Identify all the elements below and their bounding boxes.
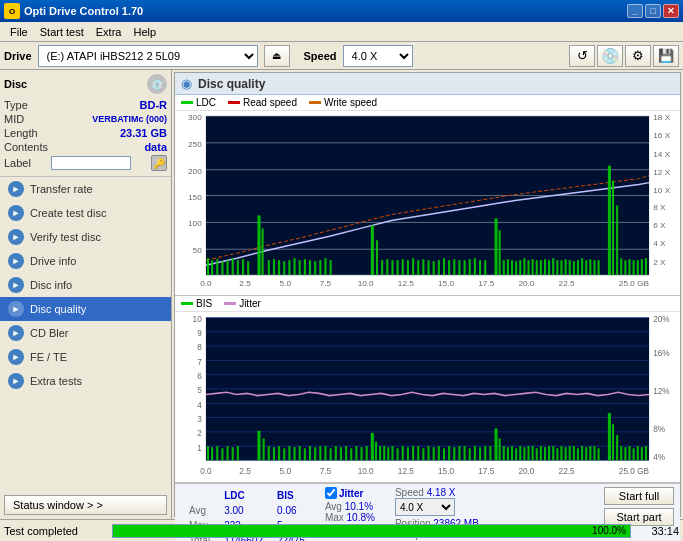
svg-rect-61	[443, 258, 445, 275]
progress-percent: 100.0%	[592, 525, 626, 537]
status-window-button[interactable]: Status window > >	[4, 495, 167, 515]
svg-rect-52	[397, 260, 399, 275]
nav-icon-fe-te: ►	[8, 349, 24, 365]
svg-rect-87	[565, 259, 567, 275]
legend-write-speed: Write speed	[309, 97, 377, 108]
disc-label-icon[interactable]: 🔑	[151, 155, 167, 171]
length-label: Length	[4, 127, 38, 139]
svg-rect-28	[232, 258, 234, 275]
svg-rect-203	[515, 448, 517, 460]
svg-rect-46	[330, 260, 332, 275]
svg-rect-230	[633, 448, 635, 460]
maximize-button[interactable]: □	[645, 4, 661, 18]
svg-rect-96	[608, 166, 611, 275]
svg-rect-172	[366, 446, 368, 460]
svg-rect-223	[598, 448, 600, 460]
svg-rect-72	[503, 260, 505, 275]
svg-text:12.5: 12.5	[398, 279, 415, 288]
svg-rect-193	[469, 448, 471, 460]
chart-title: Disc quality	[198, 77, 265, 91]
svg-rect-224	[608, 413, 611, 460]
jitter-checkbox[interactable]	[325, 487, 337, 499]
svg-text:2.5: 2.5	[239, 465, 251, 475]
svg-rect-145	[211, 447, 213, 460]
jitter-avg-label: Avg	[325, 501, 342, 512]
svg-text:10: 10	[193, 314, 202, 324]
svg-text:200: 200	[188, 167, 202, 176]
svg-rect-210	[544, 447, 546, 460]
start-full-button[interactable]: Start full	[604, 487, 674, 505]
svg-rect-34	[268, 260, 270, 275]
drive-select[interactable]: (E:) ATAPI iHBS212 2 5L09	[38, 45, 258, 67]
svg-rect-78	[527, 260, 529, 275]
svg-rect-183	[417, 446, 419, 460]
settings-icon[interactable]: ⚙	[625, 45, 651, 67]
menu-extra[interactable]: Extra	[90, 24, 128, 40]
svg-text:15.0: 15.0	[438, 279, 455, 288]
svg-rect-32	[257, 215, 260, 275]
svg-rect-86	[560, 260, 562, 275]
svg-rect-43	[314, 261, 316, 275]
svg-rect-93	[589, 259, 591, 275]
svg-rect-101	[628, 259, 630, 275]
svg-rect-80	[536, 260, 538, 275]
save-icon[interactable]: 💾	[653, 45, 679, 67]
svg-rect-23	[207, 258, 209, 275]
disc-label-input[interactable]	[51, 156, 131, 170]
svg-text:50: 50	[193, 246, 203, 255]
svg-rect-178	[391, 446, 393, 460]
svg-rect-105	[645, 258, 647, 275]
close-button[interactable]: ✕	[663, 4, 679, 18]
svg-rect-231	[637, 446, 639, 460]
nav-item-cd-bler[interactable]: ► CD Bler	[0, 321, 171, 345]
minimize-button[interactable]: _	[627, 4, 643, 18]
svg-rect-162	[314, 447, 316, 460]
svg-rect-200	[503, 446, 505, 460]
svg-rect-66	[469, 259, 471, 275]
svg-text:10.0: 10.0	[358, 465, 374, 475]
chart1-container: 300 250 200 150 100 50 18 X 16 X 14 X 12…	[175, 111, 680, 296]
menu-file[interactable]: File	[4, 24, 34, 40]
svg-rect-40	[299, 260, 301, 275]
nav-item-disc-info[interactable]: ► Disc info	[0, 273, 171, 297]
progress-bar-container: 100.0%	[112, 524, 631, 538]
svg-rect-186	[433, 447, 435, 460]
drive-eject-button[interactable]: ⏏	[264, 45, 290, 67]
svg-rect-190	[453, 447, 455, 460]
nav-item-transfer-rate[interactable]: ► Transfer rate	[0, 177, 171, 201]
refresh-icon[interactable]: ↺	[569, 45, 595, 67]
svg-rect-173	[371, 433, 374, 460]
svg-rect-232	[641, 447, 643, 460]
svg-rect-222	[593, 446, 595, 460]
svg-text:150: 150	[188, 193, 202, 202]
svg-rect-45	[324, 258, 326, 275]
svg-text:4%: 4%	[653, 452, 665, 462]
nav-icon-drive-info: ►	[8, 253, 24, 269]
disc-color-icon[interactable]: 💿	[597, 45, 623, 67]
speed-chart-select[interactable]: 4.0 X	[395, 498, 455, 516]
svg-rect-202	[511, 446, 513, 460]
nav-item-create-test-disc[interactable]: ► Create test disc	[0, 201, 171, 225]
nav-item-disc-quality[interactable]: ► Disc quality	[0, 297, 171, 321]
svg-rect-207	[532, 446, 534, 460]
svg-rect-226	[616, 435, 618, 460]
nav-item-extra-tests[interactable]: ► Extra tests	[0, 369, 171, 393]
status-text: Test completed	[4, 525, 104, 537]
nav-item-verify-test-disc[interactable]: ► Verify test disc	[0, 225, 171, 249]
svg-rect-25	[216, 259, 218, 275]
svg-rect-147	[221, 448, 223, 460]
svg-text:12%: 12%	[653, 386, 670, 396]
nav-item-drive-info[interactable]: ► Drive info	[0, 249, 171, 273]
svg-text:2: 2	[197, 428, 202, 438]
speed-select[interactable]: 4.0 X 2.0 X 8.0 X Max	[343, 45, 413, 67]
svg-rect-76	[519, 260, 521, 275]
svg-rect-35	[273, 259, 275, 275]
menu-help[interactable]: Help	[127, 24, 162, 40]
col-ldc: LDC	[218, 489, 269, 502]
disc-section-icon[interactable]: 💿	[147, 74, 167, 94]
legend-ldc: LDC	[181, 97, 216, 108]
chart-header-icon: ◉	[181, 76, 192, 91]
nav-item-fe-te[interactable]: ► FE / TE	[0, 345, 171, 369]
menu-start-test[interactable]: Start test	[34, 24, 90, 40]
svg-rect-209	[540, 446, 542, 460]
